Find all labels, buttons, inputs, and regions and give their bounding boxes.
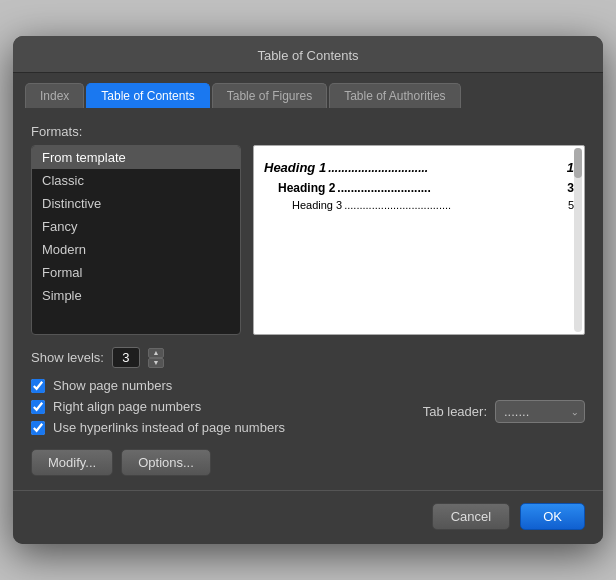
main-row: From template Classic Distinctive Fancy … <box>31 145 585 335</box>
checkboxes: Show page numbers Right align page numbe… <box>31 378 285 435</box>
formats-label: Formats: <box>31 124 585 139</box>
tab-leader-select-wrapper: ....... -------- ________ (none) <box>495 400 585 423</box>
preview-area: Heading 1 ..............................… <box>253 145 585 335</box>
levels-down-button[interactable]: ▼ <box>148 358 164 368</box>
format-classic[interactable]: Classic <box>32 169 240 192</box>
bottom-buttons-top: Modify... Options... <box>31 449 585 476</box>
right-align-label: Right align page numbers <box>53 399 201 414</box>
show-page-numbers-checkbox[interactable] <box>31 379 45 393</box>
show-page-numbers-label: Show page numbers <box>53 378 172 393</box>
formats-list: From template Classic Distinctive Fancy … <box>31 145 241 335</box>
levels-up-button[interactable]: ▲ <box>148 348 164 358</box>
format-fancy[interactable]: Fancy <box>32 215 240 238</box>
scrollbar-thumb <box>574 148 582 178</box>
tab-leader-select[interactable]: ....... -------- ________ (none) <box>495 400 585 423</box>
dialog-title: Table of Contents <box>257 48 358 63</box>
show-levels-label: Show levels: <box>31 350 104 365</box>
format-distinctive[interactable]: Distinctive <box>32 192 240 215</box>
right-align-checkbox[interactable] <box>31 400 45 414</box>
modify-button[interactable]: Modify... <box>31 449 113 476</box>
tab-toc[interactable]: Table of Contents <box>86 83 209 108</box>
checkbox-right-align: Right align page numbers <box>31 399 285 414</box>
format-simple[interactable]: Simple <box>32 284 240 307</box>
preview-heading3: Heading 3 ..............................… <box>292 199 574 211</box>
show-levels-input[interactable] <box>112 347 140 368</box>
tab-leader-row: Tab leader: ....... -------- ________ (n… <box>423 400 585 423</box>
checkbox-show-page-numbers: Show page numbers <box>31 378 285 393</box>
cancel-button[interactable]: Cancel <box>432 503 510 530</box>
hyperlinks-label: Use hyperlinks instead of page numbers <box>53 420 285 435</box>
show-levels-row: Show levels: ▲ ▼ <box>31 347 585 368</box>
ok-button[interactable]: OK <box>520 503 585 530</box>
format-formal[interactable]: Formal <box>32 261 240 284</box>
preview-heading2: Heading 2 ............................ 3 <box>278 181 574 195</box>
dialog: Table of Contents Index Table of Content… <box>13 36 603 544</box>
title-bar: Table of Contents <box>13 36 603 73</box>
hyperlinks-checkbox[interactable] <box>31 421 45 435</box>
options-button[interactable]: Options... <box>121 449 211 476</box>
scrollbar[interactable] <box>574 148 582 332</box>
tab-toa[interactable]: Table of Authorities <box>329 83 460 108</box>
tab-leader-label: Tab leader: <box>423 404 487 419</box>
tab-tof[interactable]: Table of Figures <box>212 83 327 108</box>
bottom-buttons-final: Cancel OK <box>31 503 585 530</box>
tab-bar: Index Table of Contents Table of Figures… <box>13 73 603 108</box>
levels-stepper: ▲ ▼ <box>148 348 164 368</box>
preview-heading1: Heading 1 ..............................… <box>264 160 574 175</box>
content-area: Formats: From template Classic Distincti… <box>13 108 603 544</box>
checkbox-hyperlinks: Use hyperlinks instead of page numbers <box>31 420 285 435</box>
tab-index[interactable]: Index <box>25 83 84 108</box>
format-from-template[interactable]: From template <box>32 146 240 169</box>
format-modern[interactable]: Modern <box>32 238 240 261</box>
divider <box>13 490 603 491</box>
